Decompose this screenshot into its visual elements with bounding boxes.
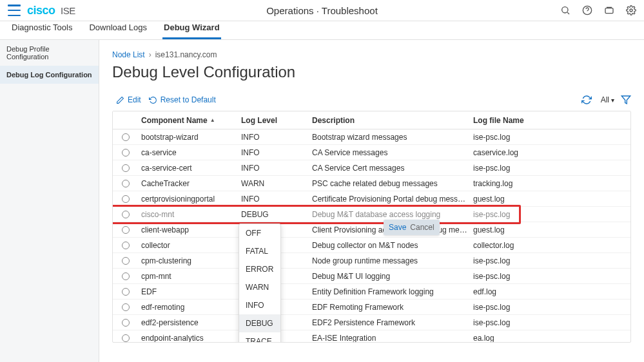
cell-log-file: ise-psc.log [471,133,612,142]
row-radio[interactable] [122,195,130,203]
cell-description: CA Service messages [309,148,471,157]
table-row[interactable]: CacheTrackerWARNPSC cache related debug … [113,176,630,191]
row-radio[interactable] [122,149,130,157]
col-description[interactable]: Description [309,116,471,125]
row-radio[interactable] [122,164,130,172]
menu-toggle-icon[interactable] [8,5,21,16]
chevron-down-icon: ▾ [611,97,614,104]
save-button[interactable]: Save [389,223,406,232]
chevron-right-icon: › [149,50,151,59]
row-radio[interactable] [122,133,130,141]
row-radio[interactable] [122,180,130,187]
svg-marker-6 [621,96,630,104]
notifications-icon[interactable] [604,5,614,15]
table-row[interactable]: ca-serviceINFOCA Service messagescaservi… [113,145,630,160]
brand-logo: cisco ISE [27,4,75,17]
table-row[interactable]: ca-service-certINFOCA Service Cert messa… [113,160,630,176]
refresh-icon[interactable] [581,95,592,105]
table-row[interactable]: client-webappClient Provisioning admin s… [113,222,630,238]
cell-log-level: INFO [239,195,309,204]
cell-component-name: cpm-clustering [139,256,239,265]
row-radio[interactable] [122,226,130,234]
cell-component-name: bootstrap-wizard [139,133,239,142]
cell-description: Bootstrap wizard messages [309,133,471,142]
sidebar-item-debug-profile-configuration[interactable]: Debug Profile Configuration [0,40,99,66]
funnel-icon[interactable] [621,95,631,105]
table-row[interactable]: edf2-persistenceEDF2 Persistence Framewo… [113,315,630,330]
cell-description: EDF Remoting Framework [309,303,471,312]
level-option-warn[interactable]: WARN [239,278,280,296]
cell-log-file: ise-psc.log [471,256,612,265]
tab-debug-wizard[interactable]: Debug Wizard [162,19,221,39]
cell-log-file: caservice.log [471,148,612,157]
row-radio[interactable] [122,319,130,327]
table-row[interactable]: cpm-mntDebug M&T UI loggingise-psc.log [113,269,630,284]
cell-log-file: ise-psc.log [471,303,612,312]
reset-button[interactable]: Reset to Default [145,93,220,107]
table-row[interactable]: cpm-clusteringNode group runtime message… [113,253,630,269]
tab-diagnostic-tools[interactable]: Diagnostic Tools [10,19,73,39]
settings-icon[interactable] [626,5,636,15]
cell-description: Certificate Provisioning Portal debug me… [309,195,471,204]
svg-point-0 [562,7,568,13]
row-radio[interactable] [122,303,130,311]
table-row[interactable]: certprovisioningportalINFOCertificate Pr… [113,191,630,207]
row-radio[interactable] [122,288,130,296]
header-title: Operations · Troubleshoot [266,5,378,16]
level-option-info[interactable]: INFO [239,296,280,314]
row-radio[interactable] [122,242,130,249]
cell-log-file: edf.log [471,287,612,296]
table-row[interactable]: bootstrap-wizardINFOBootstrap wizard mes… [113,129,630,145]
level-option-debug[interactable]: DEBUG [239,314,280,332]
col-component[interactable]: Component Name ▲ [139,116,239,125]
table-row[interactable]: edf-remotingEDF Remoting Frameworkise-ps… [113,300,630,315]
table-body: bootstrap-wizardINFOBootstrap wizard mes… [113,129,630,342]
cell-component-name: cisco-mnt [139,210,239,219]
col-logfile[interactable]: Log file Name [471,116,612,125]
table-row[interactable]: endpoint-analyticsINFOEA-ISE Integration… [113,330,630,342]
row-radio[interactable] [122,257,130,265]
cell-log-file: guest.log [471,195,612,204]
table-row[interactable]: EDFEntity Definition Framework logginged… [113,284,630,300]
help-icon[interactable] [582,5,592,15]
table-header: Component Name ▲ Log Level Description L… [113,111,630,129]
cell-component-name: ca-service-cert [139,164,239,173]
tab-download-logs[interactable]: Download Logs [88,19,148,39]
cell-description: Debug M&T UI logging [309,272,471,281]
log-level-select[interactable]: DEBUG [241,210,269,219]
row-radio[interactable] [122,272,130,280]
level-option-fatal[interactable]: FATAL [239,242,280,260]
row-radio[interactable] [122,211,130,218]
save-cancel-popup: SaveCancel [384,220,440,235]
page-heading: Debug Level Configuration [112,63,631,81]
level-option-error[interactable]: ERROR [239,260,280,278]
table-row[interactable]: cisco-mntDEBUGDebug M&T database access … [113,207,630,222]
breadcrumb-root[interactable]: Node List [112,50,145,59]
edit-label: Edit [128,95,141,104]
cell-component-name: CacheTracker [139,179,239,188]
svg-line-1 [567,12,569,14]
cell-description: PSC cache related debug messages [309,179,471,188]
level-option-trace[interactable]: TRACE [239,332,280,342]
side-panel: Debug Profile ConfigurationDebug Log Con… [0,40,99,362]
cell-log-file: ea.log [471,334,612,343]
table-row[interactable]: collectorDebug collector on M&T nodescol… [113,238,630,253]
cell-description: EDF2 Persistence Framework [309,318,471,327]
cell-component-name: ca-service [139,148,239,157]
cell-log-level: INFO [239,133,309,142]
level-option-off[interactable]: OFF [239,224,280,242]
cell-log-level[interactable]: DEBUG [239,210,309,219]
reset-icon [149,96,157,104]
cell-component-name: EDF [139,287,239,296]
cell-component-name: client-webapp [139,225,239,234]
cell-log-level: INFO [239,164,309,173]
cell-component-name: edf2-persistence [139,318,239,327]
row-radio[interactable] [122,334,130,342]
cell-log-file: ise-psc.log [471,164,612,173]
search-icon[interactable] [560,5,571,15]
sidebar-item-debug-log-configuration[interactable]: Debug Log Configuration [0,66,99,84]
col-level[interactable]: Log Level [239,116,309,125]
edit-button[interactable]: Edit [112,93,145,107]
filter-all-dropdown[interactable]: All ▾ [601,95,614,104]
cancel-button[interactable]: Cancel [410,223,434,232]
